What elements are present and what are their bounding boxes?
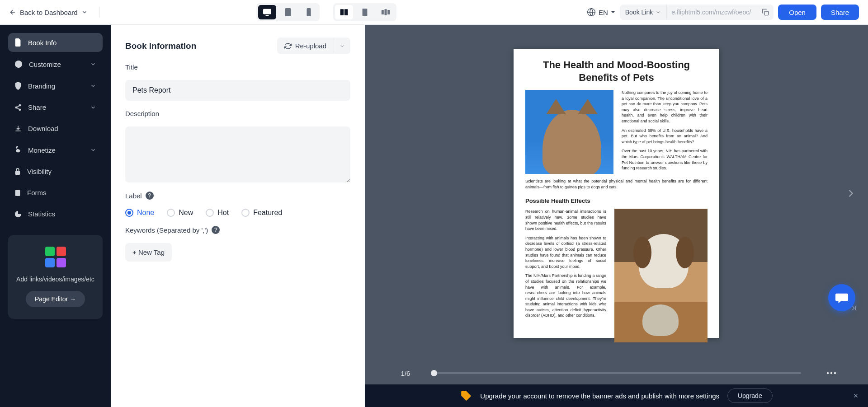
chevron-right-icon [844, 184, 857, 202]
open-button[interactable]: Open [778, 5, 816, 20]
preview-pane: The Health and Mood-Boosting Benefits of… [365, 25, 868, 407]
chevron-down-icon [340, 43, 345, 49]
description-textarea[interactable] [125, 126, 350, 182]
close-icon [853, 393, 859, 399]
doc-paragraph: Nothing compares to the joy of coming ho… [622, 90, 708, 124]
book-open-icon [340, 8, 349, 16]
chat-icon [835, 291, 849, 304]
svg-rect-11 [764, 11, 769, 15]
sidebar-item-monetize[interactable]: Monetize [8, 140, 103, 159]
doc-paragraph: Interacting with animals has been shown … [525, 235, 606, 270]
arrow-left-icon [9, 9, 16, 16]
new-tag-button[interactable]: + New Tag [125, 243, 172, 262]
sidebar-item-book-info[interactable]: Book Info [8, 33, 103, 52]
share-icon [14, 104, 22, 111]
svg-rect-2 [285, 8, 291, 16]
doc-image-cat [525, 90, 613, 174]
desktop-icon [262, 8, 272, 16]
main: Book Info Customize Branding Share Downl… [0, 25, 868, 407]
label-option-new[interactable]: New [167, 209, 193, 217]
label-option-featured[interactable]: Featured [241, 209, 282, 217]
promo-tiles-icon [45, 247, 66, 267]
sidebar-item-label: Download [28, 125, 58, 132]
back-to-dashboard-link[interactable]: Back to Dashboard [9, 9, 88, 16]
caret-down-icon [611, 10, 615, 14]
language-selector[interactable]: EN [587, 8, 615, 17]
page-editor-promo: Add links/videos/images/etc Page Editor … [8, 235, 103, 319]
svg-point-20 [834, 372, 836, 374]
sidebar-item-label: Visibility [27, 168, 52, 175]
sidebar-item-forms[interactable]: Forms [8, 183, 103, 202]
reupload-dropdown[interactable] [334, 39, 350, 53]
label-label-text: Label [125, 192, 142, 200]
sidebar-item-label: Forms [27, 189, 47, 196]
next-page-button[interactable] [837, 177, 864, 210]
preview-page[interactable]: The Health and Mood-Boosting Benefits of… [514, 49, 719, 338]
svg-rect-4 [340, 9, 344, 15]
mobile-icon [306, 8, 312, 17]
sidebar-item-visibility[interactable]: Visibility [8, 162, 103, 181]
help-icon[interactable]: ? [212, 226, 220, 234]
download-icon [14, 125, 22, 132]
sidebar-item-label: Share [28, 103, 46, 111]
globe-icon [587, 8, 596, 17]
device-mobile-button[interactable] [300, 5, 318, 19]
chevron-down-icon [90, 83, 96, 89]
title-label: Title [125, 63, 350, 71]
share-button[interactable]: Share [821, 5, 859, 20]
topbar-right: EN Book Link e.fliphtml5.com/mzcwf/oeoc/… [587, 5, 859, 20]
svg-rect-9 [387, 10, 390, 14]
upgrade-text: Upgrade your account to remove the banne… [480, 392, 719, 400]
radio-dot-icon [241, 209, 250, 217]
sidebar-item-branding[interactable]: Branding [8, 76, 103, 95]
close-banner-button[interactable] [853, 393, 859, 399]
layout-double-button[interactable] [335, 5, 353, 19]
doc-subheading: Possible Health Effects [525, 197, 708, 205]
page-slider[interactable] [431, 372, 801, 374]
reupload-group: Re-upload [277, 37, 350, 54]
sidebar-item-statistics[interactable]: Statistics [8, 205, 103, 223]
device-desktop-button[interactable] [258, 5, 276, 19]
upgrade-button[interactable]: Upgrade [727, 388, 773, 403]
reupload-button[interactable]: Re-upload [277, 37, 334, 54]
sidebar-item-label: Statistics [28, 210, 55, 218]
layout-preview-group [333, 3, 396, 21]
keywords-label-text: Keywords (Separated by ',') [125, 226, 208, 234]
svg-point-19 [830, 372, 832, 374]
svg-point-18 [827, 372, 829, 374]
sidebar-item-share[interactable]: Share [8, 98, 103, 117]
doc-image-dog-cat [614, 209, 708, 342]
preview-controls: 1/6 [365, 362, 868, 384]
sidebar-item-download[interactable]: Download [8, 119, 103, 138]
sidebar-item-customize[interactable]: Customize [8, 55, 103, 74]
more-options-button[interactable] [826, 372, 836, 374]
device-preview-group [256, 3, 320, 21]
link-type-select[interactable]: Book Link [620, 5, 667, 20]
sidebar-item-label: Book Info [28, 39, 57, 47]
svg-point-12 [15, 61, 22, 68]
label-option-hot[interactable]: Hot [206, 209, 229, 217]
slider-thumb[interactable] [431, 370, 437, 376]
label-option-none[interactable]: None [125, 209, 154, 217]
radio-label: Featured [253, 209, 282, 217]
back-label: Back to Dashboard [20, 9, 78, 16]
layout-single-button[interactable] [356, 5, 374, 19]
title-input[interactable] [125, 80, 350, 101]
link-type-label: Book Link [625, 9, 653, 16]
help-icon[interactable]: ? [146, 192, 154, 200]
form-icon [14, 189, 21, 196]
radio-label: New [179, 209, 193, 217]
chat-support-button[interactable] [828, 284, 855, 311]
dots-horizontal-icon [826, 372, 836, 374]
radio-dot-icon [125, 209, 133, 217]
page-editor-button[interactable]: Page Editor → [26, 291, 85, 307]
copy-link-button[interactable] [757, 9, 774, 16]
doc-paragraph: An estimated 68% of U.S. households have… [622, 128, 708, 145]
tablet-icon [284, 8, 292, 17]
svg-rect-7 [381, 10, 383, 14]
device-tablet-button[interactable] [279, 5, 297, 19]
language-label: EN [599, 9, 608, 16]
layout-slide-button[interactable] [377, 5, 395, 19]
label-label: Label ? [125, 192, 350, 200]
chevron-down-icon [90, 104, 96, 111]
